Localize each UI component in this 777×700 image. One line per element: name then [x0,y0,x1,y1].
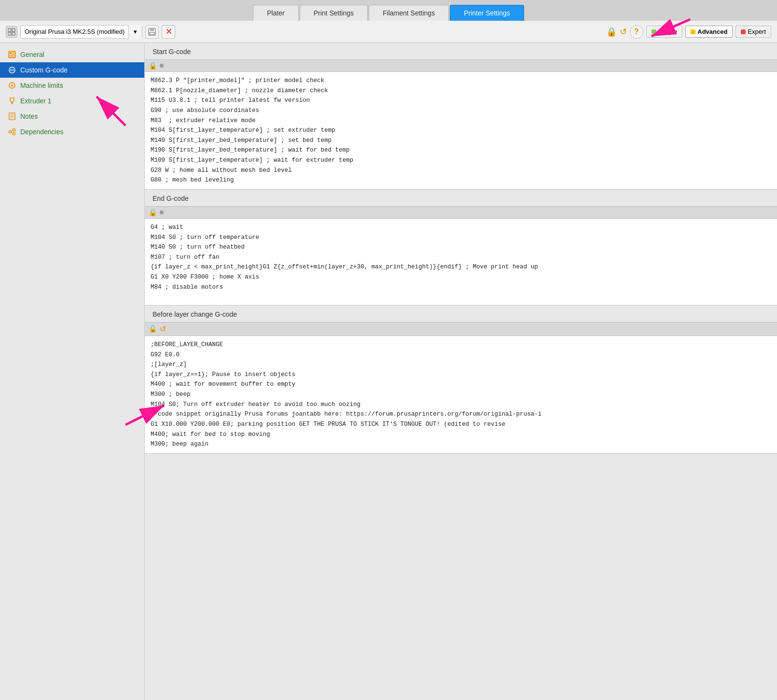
start-gcode-section: Start G-code 🔒 M862.3 P "[printer_model]… [145,43,777,190]
main-content: General Custom G-code Machine limits [0,43,777,700]
svg-rect-3 [12,32,15,35]
start-gcode-header: Start G-code [145,43,777,59]
sidebar-item-extruder-1[interactable]: Extruder 1 [0,93,144,109]
profile-icon [6,26,17,38]
sidebar-custom-gcode-label: Custom G-code [20,66,68,74]
svg-rect-6 [150,32,154,35]
profile-name: Original Prusa i3 MK2.5S (modified) [21,28,128,35]
tab-plater[interactable]: Plater [253,5,299,21]
end-gcode-dot [160,210,164,214]
right-panel: Start G-code 🔒 M862.3 P "[printer_model]… [145,43,777,700]
before-layer-change-lock-icon[interactable]: 🔓 [149,325,157,333]
end-gcode-header: End G-code [145,190,777,206]
lock-icon[interactable]: 🔒 [606,27,617,37]
before-layer-change-reset-icon[interactable]: ↺ [160,324,166,334]
svg-rect-1 [12,28,15,31]
svg-line-23 [12,130,13,131]
svg-point-21 [13,129,15,131]
svg-rect-0 [8,28,11,31]
sidebar: General Custom G-code Machine limits [0,43,145,700]
before-layer-change-content[interactable]: ;BEFORE_LAYER_CHANGE G92 E0.0 ;[layer_z]… [145,336,777,454]
start-gcode-lock-icon[interactable]: 🔒 [149,62,157,70]
tab-print-settings[interactable]: Print Settings [300,5,368,21]
simple-mode-label: Simple [658,28,678,35]
svg-point-14 [11,84,13,86]
extruder-icon [8,97,16,105]
dropdown-arrow[interactable]: ▾ [128,25,142,39]
sidebar-notes-label: Notes [20,112,38,120]
reset-icon[interactable]: ↺ [620,27,627,37]
end-gcode-content[interactable]: G4 ; wait M104 S0 ; turn off temperature… [145,219,777,306]
toolbar: Original Prusa i3 MK2.5S (modified) ▾ ✕ … [0,21,777,43]
svg-point-22 [13,133,15,135]
before-layer-change-header: Before layer change G-code [145,306,777,322]
end-gcode-toolbar: 🔒 [145,206,777,219]
mode-expert-button[interactable]: Expert [735,26,771,38]
custom-gcode-icon [8,66,16,74]
svg-point-12 [9,67,15,73]
start-gcode-toolbar: 🔒 [145,59,777,72]
tab-bar: Plater Print Settings Filament Settings … [0,0,777,21]
sidebar-item-general[interactable]: General [0,47,144,62]
simple-mode-dot [652,29,656,34]
machine-limits-icon [8,81,16,90]
advanced-mode-label: Advanced [697,28,727,35]
tab-filament-settings[interactable]: Filament Settings [369,5,449,21]
cancel-button[interactable]: ✕ [162,25,175,39]
dependencies-icon [8,127,16,136]
svg-rect-10 [10,55,12,57]
svg-line-24 [12,132,13,133]
mode-simple-button[interactable]: Simple [646,26,683,38]
profile-dropdown[interactable]: Original Prusa i3 MK2.5S (modified) ▾ [20,25,142,39]
notes-icon [8,112,16,121]
expert-mode-label: Expert [748,28,766,35]
start-gcode-dot [160,64,164,68]
end-gcode-lock-icon[interactable]: 🔒 [149,209,157,216]
start-gcode-content[interactable]: M862.3 P "[printer_model]" ; printer mod… [145,72,777,190]
svg-rect-11 [13,55,14,57]
mode-advanced-button[interactable]: Advanced [685,26,733,38]
advanced-mode-dot [691,29,695,34]
sidebar-machine-limits-label: Machine limits [20,82,63,89]
sidebar-extruder-label: Extruder 1 [20,97,52,105]
general-icon [8,50,16,59]
sidebar-item-custom-gcode[interactable]: Custom G-code [0,62,144,78]
tab-printer-settings[interactable]: Printer Settings [450,5,524,21]
sidebar-item-notes[interactable]: Notes [0,109,144,124]
save-button[interactable] [145,25,159,39]
before-layer-change-toolbar: 🔓 ↺ [145,322,777,336]
svg-rect-9 [13,52,14,54]
sidebar-item-machine-limits[interactable]: Machine limits [0,78,144,93]
svg-rect-5 [150,28,154,31]
before-layer-change-section: Before layer change G-code 🔓 ↺ ;BEFORE_L… [145,306,777,454]
expert-mode-dot [741,29,746,34]
sidebar-item-dependencies[interactable]: Dependencies [0,124,144,140]
toolbar-left: Original Prusa i3 MK2.5S (modified) ▾ ✕ [6,25,602,39]
help-button[interactable]: ? [630,25,643,39]
sidebar-dependencies-label: Dependencies [20,128,64,136]
toolbar-right: 🔒 ↺ ? Simple Advanced Expert [606,25,771,39]
svg-rect-2 [8,32,11,35]
svg-rect-8 [10,52,12,54]
end-gcode-section: End G-code 🔒 G4 ; wait M104 S0 ; turn of… [145,190,777,306]
svg-point-20 [9,131,12,133]
sidebar-general-label: General [20,51,44,58]
